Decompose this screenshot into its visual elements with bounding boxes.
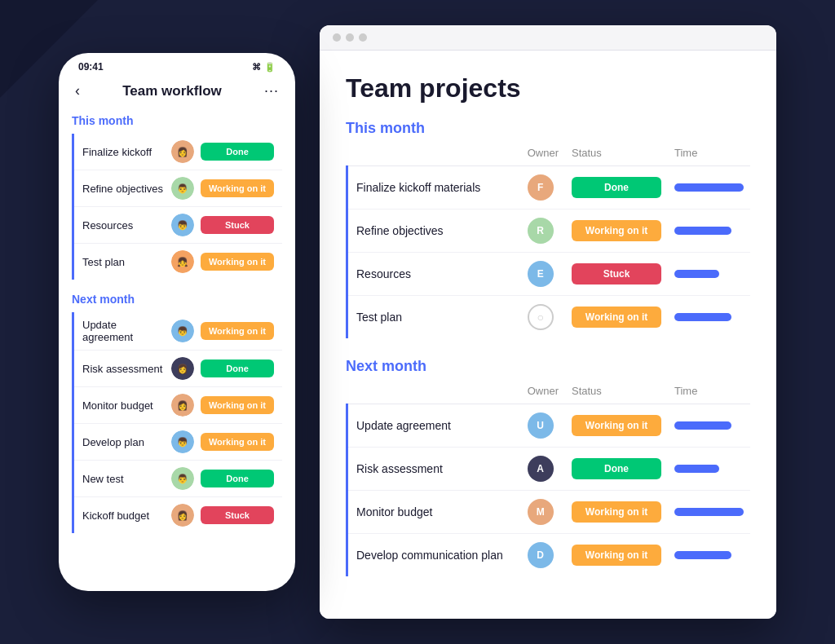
browser-dot-red xyxy=(333,33,341,42)
table-row: Risk assessmentADone xyxy=(347,448,751,491)
task-name: Update agreement xyxy=(82,319,165,343)
phone-this-month-list: Finalize kickoff👩DoneRefine objectives👨W… xyxy=(72,134,282,280)
col-task xyxy=(347,143,521,166)
avatar: F xyxy=(528,174,554,201)
table-row: Refine objectivesRWorking on it xyxy=(347,210,751,253)
task-name: Risk assessment xyxy=(82,363,165,375)
wifi-icon: ⌘ xyxy=(252,62,261,73)
more-menu-button[interactable]: ··· xyxy=(264,82,279,99)
table-cell-avatar: E xyxy=(521,253,565,296)
avatar: M xyxy=(528,499,554,525)
table-cell-avatar: M xyxy=(521,491,565,534)
col-status-2: Status xyxy=(565,382,668,404)
status-badge: Working on it xyxy=(572,545,661,566)
phone-content: This month Finalize kickoff👩DoneRefine o… xyxy=(59,114,295,562)
status-badge: Working on it xyxy=(572,307,661,328)
table-row: Finalize kickoff materialsFDone xyxy=(347,166,751,210)
task-name: Monitor budget xyxy=(82,399,165,412)
table-cell-name: Refine objectives xyxy=(347,210,521,253)
phone-next-month-label: Next month xyxy=(72,293,282,306)
col-status: Status xyxy=(565,143,668,166)
table-cell-status: Working on it xyxy=(565,296,668,339)
status-badge: Done xyxy=(201,470,274,487)
timeline-bar xyxy=(674,270,719,278)
table-cell-avatar: ○ xyxy=(521,296,565,339)
col-time: Time xyxy=(668,143,750,166)
status-badge: Done xyxy=(572,177,661,198)
back-button[interactable]: ‹ xyxy=(75,82,80,99)
status-badge: Working on it xyxy=(201,433,274,451)
table-cell-status: Working on it xyxy=(565,404,668,448)
avatar: E xyxy=(528,261,554,287)
browser-chrome xyxy=(320,25,776,51)
table-cell-timeline xyxy=(668,166,750,210)
desktop-this-month-label: This month xyxy=(346,120,750,137)
table-cell-avatar: A xyxy=(521,448,565,491)
task-avatar: 👦 xyxy=(171,214,194,236)
task-avatar: 👩 xyxy=(171,504,194,527)
table-cell-status: Stuck xyxy=(565,253,668,296)
task-row: Resources👦Stuck xyxy=(74,207,282,244)
status-badge: Working on it xyxy=(572,415,661,436)
task-row: Finalize kickoff👩Done xyxy=(74,134,282,170)
task-name: New test xyxy=(82,473,165,485)
task-row: Refine objectives👨Working on it xyxy=(74,170,282,207)
col-owner: Owner xyxy=(521,143,565,166)
table-cell-status: Done xyxy=(565,448,668,491)
task-avatar: 👧 xyxy=(171,250,194,273)
desktop-next-month-label: Next month xyxy=(346,358,750,375)
table-cell-status: Working on it xyxy=(565,534,668,577)
table-cell-timeline xyxy=(668,534,750,577)
task-avatar: 👦 xyxy=(171,430,194,453)
status-badge: Stuck xyxy=(201,506,274,524)
phone-status-icons: ⌘ 🔋 xyxy=(252,62,276,73)
table-header-row: Owner Status Time xyxy=(347,143,751,166)
col-owner-2: Owner xyxy=(521,382,565,404)
table-cell-avatar: F xyxy=(521,166,565,210)
task-avatar: 👨 xyxy=(171,467,194,490)
table-cell-timeline xyxy=(668,210,750,253)
phone-this-month-label: This month xyxy=(72,114,282,127)
avatar: U xyxy=(528,412,554,439)
table-cell-avatar: U xyxy=(521,404,565,448)
task-avatar: 👩 xyxy=(171,140,194,163)
browser-mockup: Team projects This month Owner Status Ti… xyxy=(320,25,776,619)
timeline-bar xyxy=(674,465,719,473)
timeline-bar xyxy=(674,551,731,559)
timeline-bar xyxy=(674,421,731,430)
task-row: Monitor budget👩Working on it xyxy=(74,387,282,424)
task-name: Resources xyxy=(82,219,165,232)
empty-avatar: ○ xyxy=(528,304,554,330)
status-badge: Working on it xyxy=(201,396,274,414)
task-name: Test plan xyxy=(82,256,165,268)
status-badge: Working on it xyxy=(201,322,274,340)
table-row: ResourcesEStuck xyxy=(347,253,751,296)
table-cell-name: Monitor budget xyxy=(347,491,521,534)
table-cell-timeline xyxy=(668,491,750,534)
browser-content: Team projects This month Owner Status Ti… xyxy=(320,51,776,619)
table-cell-avatar: R xyxy=(521,210,565,253)
task-row: Update agreement👦Working on it xyxy=(74,312,282,351)
avatar: R xyxy=(528,218,554,244)
status-badge: Done xyxy=(201,359,274,377)
desktop-next-month-tbody: Update agreementUWorking on itRisk asses… xyxy=(347,404,751,577)
main-container: 09:41 ⌘ 🔋 ‹ Team workflow ··· This month… xyxy=(0,9,835,635)
table-row: Test plan○Working on it xyxy=(347,296,751,339)
table-cell-status: Working on it xyxy=(565,491,668,534)
browser-dot-green xyxy=(359,33,367,42)
table-row: Monitor budgetMWorking on it xyxy=(347,491,751,534)
status-badge: Working on it xyxy=(201,253,274,271)
table-row: Develop communication planDWorking on it xyxy=(347,534,751,577)
desktop-this-month-tbody: Finalize kickoff materialsFDoneRefine ob… xyxy=(347,166,751,339)
status-badge: Done xyxy=(201,143,274,161)
timeline-bar xyxy=(674,508,744,516)
status-badge: Stuck xyxy=(201,216,274,234)
task-avatar: 👦 xyxy=(171,320,194,342)
timeline-bar xyxy=(674,227,731,235)
battery-icon: 🔋 xyxy=(264,62,276,73)
desktop-this-month-table: Owner Status Time Finalize kickoff mater… xyxy=(346,143,750,338)
task-name: Refine objectives xyxy=(82,183,165,195)
table-header-row-2: Owner Status Time xyxy=(347,382,751,404)
table-cell-name: Risk assessment xyxy=(347,448,521,491)
col-time-2: Time xyxy=(668,382,750,404)
